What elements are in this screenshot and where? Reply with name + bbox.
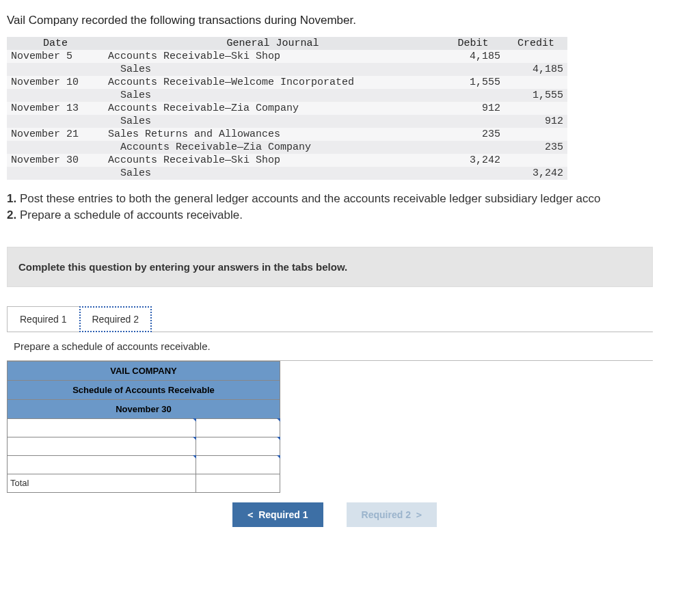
sub-instruction: Prepare a schedule of accounts receivabl…: [7, 332, 653, 361]
schedule-title: VAIL COMPANY: [8, 361, 280, 380]
col-date: Date: [7, 37, 104, 50]
journal-desc: Accounts Receivable—Zia Company: [104, 141, 442, 154]
journal-row: November 13Accounts Receivable—Zia Compa…: [7, 102, 567, 115]
schedule-total-row: Total: [8, 474, 280, 492]
journal-desc: Accounts Receivable—Zia Company: [104, 102, 442, 115]
journal-desc: Sales: [104, 63, 442, 76]
journal-credit: 4,185: [504, 63, 567, 76]
journal-debit: [442, 89, 504, 102]
schedule-table: VAIL COMPANY Schedule of Accounts Receiv…: [7, 361, 280, 493]
journal-date: [7, 63, 104, 76]
journal-credit: [504, 50, 567, 63]
instructions: 1. Post these entries to both the genera…: [7, 191, 700, 224]
journal-debit: [442, 63, 504, 76]
journal-credit: [504, 154, 567, 167]
journal-row: November 30Accounts Receivable—Ski Shop3…: [7, 154, 567, 167]
schedule-date: November 30: [8, 399, 280, 418]
general-journal-table: Date General Journal Debit Credit Novemb…: [7, 37, 567, 180]
instruction-2-num: 2.: [7, 208, 16, 221]
col-debit: Debit: [442, 37, 504, 50]
next-button[interactable]: Required 2 >: [347, 502, 438, 527]
next-button-label: Required 2: [362, 509, 411, 520]
schedule-row: [8, 418, 280, 437]
instruction-1-num: 1.: [7, 192, 16, 205]
schedule-row: [8, 437, 280, 455]
journal-date: [7, 89, 104, 102]
journal-credit: [504, 128, 567, 141]
journal-date: November 5: [7, 50, 104, 63]
instruction-2-text: Prepare a schedule of accounts receivabl…: [16, 208, 243, 221]
schedule-amount-input[interactable]: [196, 418, 280, 437]
tab-required-2[interactable]: Required 2: [79, 306, 152, 332]
schedule-account-input[interactable]: [8, 418, 196, 437]
journal-date: [7, 167, 104, 180]
col-desc: General Journal: [104, 37, 442, 50]
prev-button-label: Required 1: [258, 509, 308, 520]
journal-credit: [504, 76, 567, 89]
journal-credit: 3,242: [504, 167, 567, 180]
schedule-total-label: Total: [8, 474, 196, 492]
journal-desc: Sales: [104, 167, 442, 180]
tab-bar: Required 1 Required 2: [7, 306, 700, 332]
journal-date: November 30: [7, 154, 104, 167]
journal-row: Sales1,555: [7, 89, 567, 102]
journal-row: Sales3,242: [7, 167, 567, 180]
journal-desc: Accounts Receivable—Ski Shop: [104, 154, 442, 167]
schedule-subtitle: Schedule of Accounts Receivable: [8, 380, 280, 399]
intro-text: Vail Company recorded the following tran…: [7, 14, 700, 27]
journal-row: Accounts Receivable—Zia Company235: [7, 141, 567, 154]
journal-date: [7, 141, 104, 154]
schedule-amount-input[interactable]: [196, 437, 280, 455]
journal-row: Sales4,185: [7, 63, 567, 76]
journal-debit: 235: [442, 128, 504, 141]
journal-debit: 3,242: [442, 154, 504, 167]
schedule-row: [8, 455, 280, 474]
schedule-account-input[interactable]: [8, 437, 196, 455]
journal-desc: Sales Returns and Allowances: [104, 128, 442, 141]
nav-buttons: < Required 1 Required 2 >: [232, 502, 700, 527]
journal-debit: [442, 167, 504, 180]
journal-date: November 21: [7, 128, 104, 141]
chevron-right-icon: >: [416, 509, 422, 520]
col-credit: Credit: [504, 37, 567, 50]
journal-debit: 4,185: [442, 50, 504, 63]
journal-credit: 912: [504, 115, 567, 128]
journal-debit: 1,555: [442, 76, 504, 89]
journal-desc: Sales: [104, 115, 442, 128]
prev-button[interactable]: < Required 1: [232, 502, 323, 527]
schedule-amount-input[interactable]: [196, 455, 280, 474]
journal-desc: Sales: [104, 89, 442, 102]
journal-desc: Accounts Receivable—Ski Shop: [104, 50, 442, 63]
journal-desc: Accounts Receivable—Welcome Incorporated: [104, 76, 442, 89]
schedule-total-value[interactable]: [196, 474, 280, 492]
journal-row: November 21Sales Returns and Allowances2…: [7, 128, 567, 141]
journal-date: [7, 115, 104, 128]
journal-debit: [442, 115, 504, 128]
tab-required-1[interactable]: Required 1: [7, 306, 80, 332]
journal-credit: [504, 102, 567, 115]
journal-debit: [442, 141, 504, 154]
journal-credit: 235: [504, 141, 567, 154]
journal-debit: 912: [442, 102, 504, 115]
schedule-account-input[interactable]: [8, 455, 196, 474]
journal-date: November 13: [7, 102, 104, 115]
journal-row: Sales912: [7, 115, 567, 128]
journal-row: November 5Accounts Receivable—Ski Shop4,…: [7, 50, 567, 63]
chevron-left-icon: <: [247, 509, 253, 520]
journal-row: November 10Accounts Receivable—Welcome I…: [7, 76, 567, 89]
journal-credit: 1,555: [504, 89, 567, 102]
answer-prompt-box: Complete this question by entering your …: [7, 247, 653, 287]
instruction-1-text: Post these entries to both the general l…: [16, 192, 600, 205]
journal-date: November 10: [7, 76, 104, 89]
